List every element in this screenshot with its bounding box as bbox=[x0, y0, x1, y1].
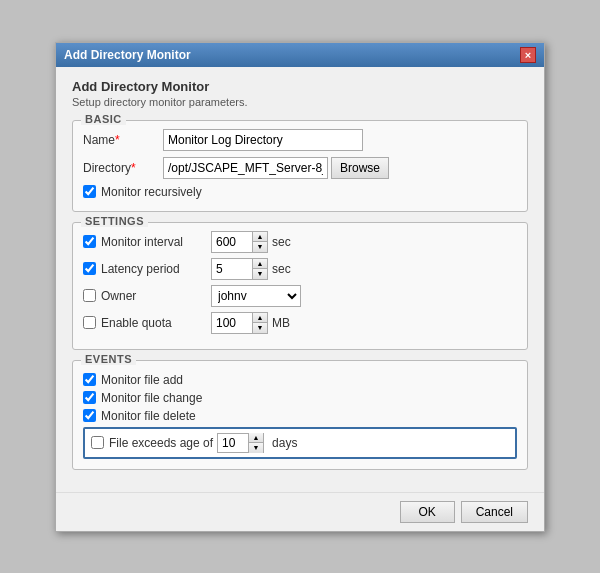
dialog-body: Add Directory Monitor Setup directory mo… bbox=[56, 67, 544, 492]
monitor-file-change-row: Monitor file change bbox=[83, 391, 517, 405]
monitor-recursively-row: Monitor recursively bbox=[83, 185, 517, 199]
directory-row: Directory* Browse bbox=[83, 157, 517, 179]
latency-period-row: Latency period ▲ ▼ sec bbox=[83, 258, 517, 280]
monitor-file-delete-label: Monitor file delete bbox=[101, 409, 196, 423]
file-age-label: File exceeds age of bbox=[109, 436, 213, 450]
enable-quota-input[interactable] bbox=[212, 313, 252, 333]
file-age-arrows: ▲ ▼ bbox=[248, 433, 263, 453]
latency-period-up[interactable]: ▲ bbox=[253, 259, 267, 269]
monitor-file-add-checkbox[interactable] bbox=[83, 373, 96, 386]
file-age-input[interactable] bbox=[218, 434, 248, 452]
monitor-file-delete-checkbox[interactable] bbox=[83, 409, 96, 422]
monitor-interval-arrows: ▲ ▼ bbox=[252, 232, 267, 252]
latency-period-arrows: ▲ ▼ bbox=[252, 259, 267, 279]
monitor-interval-unit: sec bbox=[272, 235, 291, 249]
basic-legend: BASIC bbox=[81, 113, 126, 125]
monitor-interval-up[interactable]: ▲ bbox=[253, 232, 267, 242]
close-button[interactable]: × bbox=[520, 47, 536, 63]
owner-select[interactable]: johnv bbox=[211, 285, 301, 307]
enable-quota-down[interactable]: ▼ bbox=[253, 323, 267, 333]
monitor-file-delete-row: Monitor file delete bbox=[83, 409, 517, 423]
enable-quota-checkbox[interactable] bbox=[83, 316, 96, 329]
enable-quota-up[interactable]: ▲ bbox=[253, 313, 267, 323]
file-age-row: File exceeds age of ▲ ▼ days bbox=[83, 427, 517, 459]
owner-label: Owner bbox=[101, 289, 211, 303]
dialog-titlebar: Add Directory Monitor × bbox=[56, 43, 544, 67]
ok-button[interactable]: OK bbox=[400, 501, 455, 523]
monitor-interval-checkbox[interactable] bbox=[83, 235, 96, 248]
cancel-button[interactable]: Cancel bbox=[461, 501, 528, 523]
monitor-file-add-row: Monitor file add bbox=[83, 373, 517, 387]
events-legend: EVENTS bbox=[81, 353, 136, 365]
enable-quota-spinner: ▲ ▼ bbox=[211, 312, 268, 334]
settings-section: SETTINGS Monitor interval ▲ ▼ sec Latenc… bbox=[72, 222, 528, 350]
latency-period-label: Latency period bbox=[101, 262, 211, 276]
latency-period-unit: sec bbox=[272, 262, 291, 276]
dialog-header-subtitle: Setup directory monitor parameters. bbox=[72, 96, 528, 108]
enable-quota-row: Enable quota ▲ ▼ MB bbox=[83, 312, 517, 334]
name-label: Name* bbox=[83, 133, 163, 147]
browse-button[interactable]: Browse bbox=[331, 157, 389, 179]
owner-row: Owner johnv bbox=[83, 285, 517, 307]
dialog-footer: OK Cancel bbox=[56, 492, 544, 531]
monitor-file-change-label: Monitor file change bbox=[101, 391, 202, 405]
settings-legend: SETTINGS bbox=[81, 215, 148, 227]
enable-quota-arrows: ▲ ▼ bbox=[252, 313, 267, 333]
enable-quota-label: Enable quota bbox=[101, 316, 211, 330]
events-section: EVENTS Monitor file add Monitor file cha… bbox=[72, 360, 528, 470]
monitor-interval-label: Monitor interval bbox=[101, 235, 211, 249]
directory-label: Directory* bbox=[83, 161, 163, 175]
file-age-checkbox[interactable] bbox=[91, 436, 104, 449]
latency-period-spinner: ▲ ▼ bbox=[211, 258, 268, 280]
monitor-interval-input[interactable] bbox=[212, 232, 252, 252]
monitor-file-add-label: Monitor file add bbox=[101, 373, 183, 387]
directory-input[interactable] bbox=[163, 157, 328, 179]
file-age-down[interactable]: ▼ bbox=[249, 443, 263, 453]
basic-section: BASIC Name* Directory* Browse Monitor re… bbox=[72, 120, 528, 212]
monitor-interval-down[interactable]: ▼ bbox=[253, 242, 267, 252]
monitor-recursively-checkbox[interactable] bbox=[83, 185, 96, 198]
add-directory-monitor-dialog: Add Directory Monitor × Add Directory Mo… bbox=[55, 42, 545, 532]
enable-quota-unit: MB bbox=[272, 316, 290, 330]
latency-period-down[interactable]: ▼ bbox=[253, 269, 267, 279]
dialog-header: Add Directory Monitor Setup directory mo… bbox=[72, 79, 528, 108]
dialog-title: Add Directory Monitor bbox=[64, 48, 191, 62]
name-input[interactable] bbox=[163, 129, 363, 151]
file-age-up[interactable]: ▲ bbox=[249, 433, 263, 443]
dialog-header-title: Add Directory Monitor bbox=[72, 79, 528, 94]
latency-period-input[interactable] bbox=[212, 259, 252, 279]
file-age-unit: days bbox=[272, 436, 297, 450]
monitor-recursively-label: Monitor recursively bbox=[101, 185, 202, 199]
owner-checkbox[interactable] bbox=[83, 289, 96, 302]
monitor-interval-spinner: ▲ ▼ bbox=[211, 231, 268, 253]
file-age-spinner: ▲ ▼ bbox=[217, 433, 264, 453]
monitor-interval-row: Monitor interval ▲ ▼ sec bbox=[83, 231, 517, 253]
monitor-file-change-checkbox[interactable] bbox=[83, 391, 96, 404]
latency-period-checkbox[interactable] bbox=[83, 262, 96, 275]
name-row: Name* bbox=[83, 129, 517, 151]
